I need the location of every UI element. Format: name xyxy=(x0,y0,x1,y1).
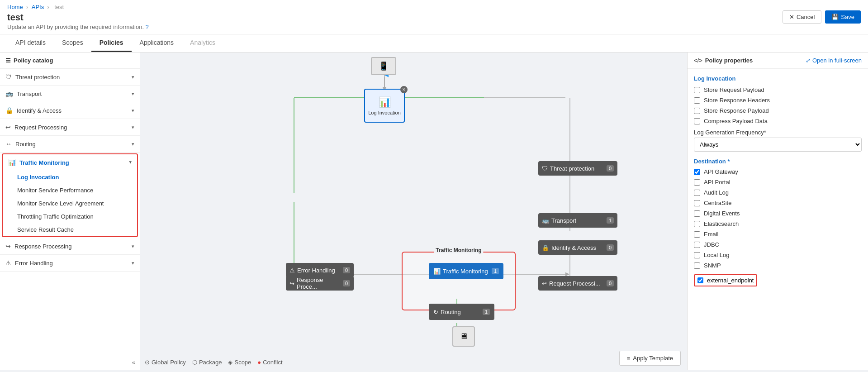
store-response-payload-checkbox[interactable] xyxy=(694,108,700,114)
global-policy-icon: ⊙ xyxy=(145,359,150,366)
elasticsearch-checkbox[interactable] xyxy=(694,221,700,227)
right-panel-header: </> Policy properties ⤢ Open in full-scr… xyxy=(688,52,868,69)
audit-log-label[interactable]: Audit Log xyxy=(704,189,729,196)
save-button[interactable]: 💾 Save xyxy=(825,10,861,24)
store-request-row: Store Request Payload xyxy=(694,86,862,93)
sidebar-identify-access-header[interactable]: 🔒 Identify & Access ▾ xyxy=(0,102,140,119)
log-invocation-close-icon[interactable]: ✕ xyxy=(400,86,408,93)
canvas: 📱 📊 Log Invocation ✕ ⚠ Error Handling 0 … xyxy=(140,52,687,370)
toolbar-global-policy[interactable]: ⊙ Global Policy xyxy=(145,359,186,366)
sidebar: ☰ Policy catalog 🛡 Threat protection ▾ 🚌… xyxy=(0,52,140,370)
request-processing-chevron: ▾ xyxy=(132,124,134,130)
request-processing-box-label: Request Processi... xyxy=(549,280,600,287)
package-icon: ⬡ xyxy=(192,359,197,366)
routing-chevron: ▾ xyxy=(132,141,134,147)
breadcrumb-home[interactable]: Home xyxy=(7,4,23,10)
sidebar-section-traffic-monitoring: 📊 Traffic Monitoring ▴ Log Invocation Mo… xyxy=(2,153,138,237)
api-portal-checkbox[interactable] xyxy=(694,179,700,186)
email-label[interactable]: Email xyxy=(704,231,719,238)
jdbc-label[interactable]: JDBC xyxy=(704,241,719,248)
sidebar-traffic-monitoring-header[interactable]: 📊 Traffic Monitoring ▴ xyxy=(3,154,137,171)
sidebar-item-throttling-traffic[interactable]: Throttling Traffic Optimization xyxy=(3,210,137,223)
tab-scopes[interactable]: Scopes xyxy=(54,34,91,52)
routing-box[interactable]: ↻ Routing 1 xyxy=(429,304,494,320)
response-processing-box[interactable]: ↪ Response Proce... 0 xyxy=(286,276,354,291)
routing-icon: ↔ xyxy=(5,140,12,148)
tab-api-details[interactable]: API details xyxy=(7,34,54,52)
threat-protection-box[interactable]: 🛡 Threat protection 0 xyxy=(538,161,617,176)
toolbar-conflict[interactable]: ● Conflict xyxy=(257,359,282,366)
sidebar-routing-label: Routing xyxy=(15,141,36,148)
sidebar-item-log-invocation[interactable]: Log Invocation xyxy=(3,171,137,184)
traffic-monitoring-policy-label: Traffic Monitoring xyxy=(443,268,488,275)
sidebar-response-processing-header[interactable]: ↪ Response Processing ▾ xyxy=(0,238,140,254)
api-portal-label[interactable]: API Portal xyxy=(704,179,730,186)
store-response-headers-label[interactable]: Store Response Headers xyxy=(704,97,770,104)
log-gen-frequency-select[interactable]: Always On Error Never xyxy=(694,138,862,152)
toolbar-package[interactable]: ⬡ Package xyxy=(192,359,222,366)
breadcrumb-sep1: › xyxy=(26,4,28,10)
store-request-label[interactable]: Store Request Payload xyxy=(704,86,764,93)
identify-access-chevron: ▾ xyxy=(132,108,134,114)
centrasite-label[interactable]: CentraSite xyxy=(704,200,731,206)
identify-access-box[interactable]: 🔒 Identify & Access 0 xyxy=(538,240,617,255)
audit-log-checkbox[interactable] xyxy=(694,190,700,196)
digital-events-checkbox[interactable] xyxy=(694,210,700,217)
snmp-label[interactable]: SNMP xyxy=(704,262,721,269)
tab-policies[interactable]: Policies xyxy=(91,34,132,52)
local-log-label[interactable]: Local Log xyxy=(704,252,729,258)
error-handling-chevron: ▾ xyxy=(132,260,134,266)
log-invocation-policy-box[interactable]: 📊 Log Invocation ✕ xyxy=(364,89,405,123)
help-icon[interactable]: ? xyxy=(145,24,148,30)
sidebar-item-service-result-cache[interactable]: Service Result Cache xyxy=(3,223,137,236)
breadcrumb-apis[interactable]: APIs xyxy=(32,4,44,10)
email-row: Email xyxy=(694,231,862,238)
store-request-checkbox[interactable] xyxy=(694,87,700,93)
header-left: Home › APIs › test test Update an API by… xyxy=(7,4,149,30)
sidebar-threat-protection-header[interactable]: 🛡 Threat protection ▾ xyxy=(0,69,140,85)
compress-payload-label[interactable]: Compress Payload Data xyxy=(704,118,768,124)
traffic-monitoring-group: Traffic Monitoring xyxy=(402,252,516,310)
sidebar-item-monitor-service-level[interactable]: Monitor Service Level Agreement xyxy=(3,197,137,210)
elasticsearch-label[interactable]: Elasticsearch xyxy=(704,220,739,227)
store-response-payload-label[interactable]: Store Response Payload xyxy=(704,107,769,114)
request-box-icon: ↩ xyxy=(542,280,547,287)
store-response-headers-checkbox[interactable] xyxy=(694,97,700,104)
external-endpoint-checkbox[interactable] xyxy=(697,277,703,283)
compress-payload-checkbox[interactable] xyxy=(694,118,700,124)
sidebar-error-handling-header[interactable]: ⚠ Error Handling ▾ xyxy=(0,255,140,271)
traffic-monitoring-policy-box[interactable]: 📊 Traffic Monitoring 1 xyxy=(429,263,503,279)
transport-box[interactable]: 🚌 Transport 1 xyxy=(538,213,617,228)
digital-events-label[interactable]: Digital Events xyxy=(704,210,740,217)
email-checkbox[interactable] xyxy=(694,231,700,238)
request-processing-box[interactable]: ↩ Request Processi... 0 xyxy=(538,276,617,291)
conflict-dot-icon: ● xyxy=(257,359,261,366)
api-gateway-label[interactable]: API Gateway xyxy=(704,168,738,175)
save-icon: 💾 xyxy=(831,14,839,20)
sidebar-collapse-button[interactable]: « xyxy=(132,359,135,366)
sidebar-routing-header[interactable]: ↔ Routing ▾ xyxy=(0,136,140,152)
sidebar-request-processing-header[interactable]: ↩ Request Processing ▾ xyxy=(0,119,140,135)
destination-section: Destination * API Gateway API Portal Aud… xyxy=(694,158,862,286)
local-log-checkbox[interactable] xyxy=(694,252,700,258)
sidebar-section-identify-access: 🔒 Identify & Access ▾ xyxy=(0,102,140,119)
open-fullscreen-link[interactable]: ⤢ Open in full-screen xyxy=(806,57,862,64)
centrasite-checkbox[interactable] xyxy=(694,200,700,206)
api-gateway-checkbox[interactable] xyxy=(694,169,700,175)
toolbar-scope[interactable]: ◈ Scope xyxy=(228,359,251,366)
centrasite-row: CentraSite xyxy=(694,200,862,206)
jdbc-checkbox[interactable] xyxy=(694,242,700,248)
threat-protection-chevron: ▾ xyxy=(132,74,134,80)
log-invocation-chart-icon: 📊 xyxy=(379,96,391,108)
error-handling-box[interactable]: ⚠ Error Handling 0 xyxy=(286,263,354,277)
sidebar-transport-header[interactable]: 🚌 Transport ▾ xyxy=(0,86,140,102)
transport-chevron: ▾ xyxy=(132,91,134,97)
external-endpoint-label[interactable]: external_endpoint xyxy=(707,277,754,284)
compress-payload-row: Compress Payload Data xyxy=(694,118,862,124)
tab-applications[interactable]: Applications xyxy=(132,34,182,52)
sidebar-transport-label: Transport xyxy=(17,91,42,97)
sidebar-item-monitor-service-performance[interactable]: Monitor Service Performance xyxy=(3,184,137,197)
cancel-button[interactable]: ✕ Cancel xyxy=(783,10,821,24)
apply-template-button[interactable]: ≡ Apply Template xyxy=(619,351,681,366)
snmp-checkbox[interactable] xyxy=(694,262,700,269)
